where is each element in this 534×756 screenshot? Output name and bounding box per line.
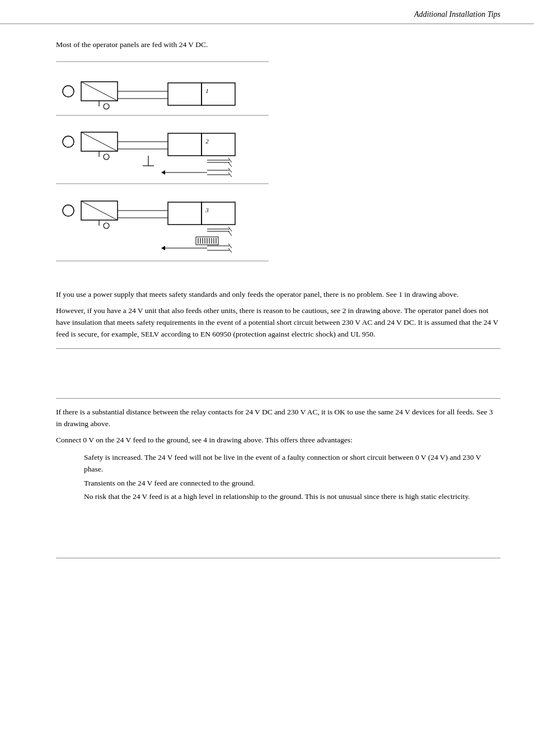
svg-rect-9 (202, 83, 235, 105)
svg-point-39 (104, 223, 109, 228)
bullet-3: No risk that the 24 V feed is at a high … (84, 491, 500, 503)
section1-para2: However, if you have a 24 V unit that al… (56, 305, 500, 340)
svg-marker-28 (161, 170, 165, 175)
intro-text: Most of the operator panels are fed with… (56, 39, 500, 50)
svg-point-16 (104, 154, 109, 160)
section2-para2: Connect 0 V on the 24 V feed to the grou… (56, 435, 500, 446)
svg-rect-19 (168, 133, 202, 156)
divider-2 (56, 398, 500, 399)
svg-rect-42 (168, 202, 202, 225)
svg-rect-20 (202, 133, 235, 156)
svg-line-37 (81, 201, 118, 220)
circuit-diagram: 1 2 (56, 60, 347, 279)
page-header: Additional Installation Tips (0, 10, 534, 24)
svg-line-3 (81, 82, 118, 101)
svg-rect-8 (168, 83, 202, 105)
svg-line-48 (228, 231, 232, 236)
section2-text: If there is a substantial distance betwe… (56, 407, 500, 446)
svg-point-12 (63, 136, 74, 147)
divider-3 (56, 558, 500, 558)
bullet-1: Safety is increased. The 24 V feed will … (84, 452, 500, 475)
bullet-2: Transients on the 24 V feed are connecte… (84, 478, 500, 489)
section1-text: If you use a power supply that meets saf… (56, 289, 500, 340)
svg-line-14 (81, 132, 118, 151)
section2-para1: If there is a substantial distance betwe… (56, 407, 500, 430)
main-content: Most of the operator panels are fed with… (56, 39, 500, 566)
diagram-area: 1 2 (56, 60, 500, 279)
svg-marker-59 (161, 246, 165, 250)
header-title: Additional Installation Tips (414, 10, 500, 19)
svg-text:1: 1 (205, 87, 209, 94)
svg-point-5 (104, 104, 109, 109)
section1-para1: If you use a power supply that meets saf… (56, 289, 500, 301)
svg-point-1 (63, 86, 74, 97)
svg-text:3: 3 (205, 207, 209, 213)
divider-1 (56, 348, 500, 349)
page: Additional Installation Tips Most of the… (0, 0, 534, 756)
svg-point-35 (63, 205, 74, 216)
svg-line-27 (228, 162, 232, 167)
svg-rect-43 (202, 202, 235, 225)
bullet-list: Safety is increased. The 24 V feed will … (56, 452, 500, 503)
svg-text:2: 2 (205, 138, 209, 144)
